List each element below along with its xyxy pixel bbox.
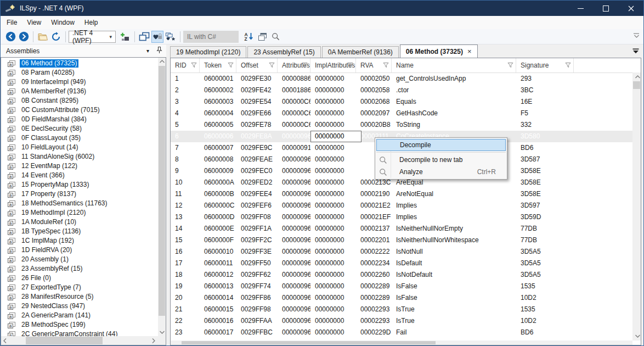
filter-icon[interactable] (228, 62, 234, 70)
menu-file[interactable]: File (2, 16, 22, 29)
sidebar-item-29-nestedclass-947[interactable]: a29 NestedClass (947) (1, 302, 157, 311)
filter-icon[interactable] (302, 62, 308, 70)
close-button[interactable] (618, 1, 643, 16)
scroll-down-icon[interactable] (634, 332, 641, 340)
hearts-star-icon[interactable] (165, 31, 177, 43)
sidebar-item-15-propertymap-1333[interactable]: a15 PropertyMap (1333) (1, 180, 157, 189)
sidebar-vertical-scrollbar[interactable] (158, 58, 166, 336)
column-header-rid[interactable]: RID (171, 58, 200, 72)
column-header-rva[interactable]: RVA (356, 58, 392, 72)
search-icon[interactable] (269, 31, 281, 43)
sidebar-item-18-methodsemantics-11763[interactable]: a18 MethodSemantics (11763) (1, 199, 157, 208)
assembly-list-combo[interactable]: .NET 4 (WPF) ▾ (69, 31, 116, 43)
menu-item-decompile-to-new-tab[interactable]: Decompile to new tab (376, 154, 506, 166)
scroll-up-icon[interactable] (158, 58, 166, 65)
table-row[interactable]: 150600000F0029FF2C0000009600000000000022… (171, 235, 632, 246)
table-row[interactable]: 3060000030029FE54000000C6000000000000206… (171, 96, 632, 108)
sort-icon[interactable]: AZ (243, 31, 255, 43)
sidebar-item-20-assembly-1[interactable]: a20 Assembly (1) (1, 255, 157, 264)
sidebar-item-28-manifestresource-5[interactable]: a28 ManifestResource (5) (1, 292, 157, 302)
table-vertical-scrollbar[interactable] (632, 72, 641, 341)
tab-overflow-icon[interactable] (632, 48, 639, 55)
sidebar-item-0f-classlayout-35[interactable]: a0F ClassLayout (35) (1, 133, 157, 143)
table-row[interactable]: 17060000110029FF500000009600000000000022… (171, 258, 632, 269)
sidebar-item-11-standalonesig-6002[interactable]: a11 StandAloneSig (6002) (1, 152, 157, 161)
scrollbar-thumb[interactable] (159, 66, 165, 316)
add-assembly-icon[interactable] (119, 31, 131, 43)
sidebar-item-2a-genericparam-141[interactable]: a2A GenericParam (141) (1, 311, 157, 320)
filter-icon[interactable] (565, 62, 571, 70)
sidebar-item-06-method-37325[interactable]: a06 Method (37325) (1, 59, 157, 68)
sidebar-item-09-interfaceimpl-949[interactable]: a09 InterfaceImpl (949) (1, 77, 157, 87)
tab-19-methodimpl-2120[interactable]: 19 MethodImpl (2120) (170, 46, 246, 58)
windows-icon[interactable] (138, 31, 150, 43)
table-row[interactable]: 4060000040029FE66000000C6000000000000209… (171, 108, 632, 119)
table-row[interactable]: 5060000050029FE78000000C600000000000020B… (171, 119, 632, 131)
table-row[interactable]: 20060000140029FF860000009600000000000022… (171, 292, 632, 304)
sidebar-item-0c-customattribute-7015[interactable]: a0C CustomAttribute (7015) (1, 105, 157, 115)
tab-23-assemblyref-15[interactable]: 23 AssemblyRef (15) (247, 46, 320, 58)
sidebar-item-12-eventmap-122[interactable]: a12 EventMap (122) (1, 161, 157, 171)
scroll-down-icon[interactable] (158, 328, 166, 336)
sidebar-item-0e-declsecurity-58[interactable]: a0E DeclSecurity (58) (1, 124, 157, 133)
scrollbar-thumb[interactable] (633, 81, 640, 89)
sidebar-item-2b-methodspec-199[interactable]: a2B MethodSpec (199) (1, 320, 157, 330)
back-icon[interactable] (4, 31, 16, 43)
filter-icon[interactable] (383, 62, 389, 70)
menu-item-analyze[interactable]: AnalyzeCtrl+R (376, 166, 506, 178)
toolbar-overflow-icon[interactable] (633, 32, 640, 40)
column-header-signature[interactable]: Signature (516, 58, 574, 72)
filter-icon[interactable] (269, 62, 275, 70)
table-row[interactable]: 22060000160029FFAA0000009600000000000022… (171, 315, 632, 327)
sidebar-item-0a-memberref-9136[interactable]: a0A MemberRef (9136) (1, 87, 157, 96)
tab-0a-memberref-9136[interactable]: 0A MemberRef (9136) (322, 46, 399, 58)
sidebar-item-17-property-8137[interactable]: a17 Property (8137) (1, 189, 157, 199)
filter-icon[interactable] (191, 62, 197, 70)
sidebar-item-08-param-40285[interactable]: a08 Param (40285) (1, 68, 157, 77)
table-row[interactable]: 21060000150029FF980000009600000000000022… (171, 304, 632, 315)
sidebar-item-26-file-0[interactable]: a26 File (0) (1, 274, 157, 283)
sidebar-item-19-methodimpl-2120[interactable]: a19 MethodImpl (2120) (1, 208, 157, 217)
sidebar-item-23-assemblyref-15[interactable]: a23 AssemblyRef (15) (1, 264, 157, 274)
sidebar-item-1a-moduleref-10[interactable]: a1A ModuleRef (10) (1, 217, 157, 227)
copy-icon[interactable] (256, 31, 268, 43)
sidebar-horizontal-scrollbar[interactable] (1, 336, 166, 345)
implattributes-edit-field[interactable]: 00000000 (310, 131, 361, 142)
scrollbar-thumb[interactable] (26, 337, 103, 344)
menu-help[interactable]: Help (80, 16, 103, 29)
sidebar-item-1d-fieldrva-20[interactable]: a1D FieldRVA (20) (1, 245, 157, 255)
column-header-offset[interactable]: Offset (236, 58, 278, 72)
sidebar-item-2c-genericparamconstraint-44[interactable]: a2C GenericParamConstraint (44) (1, 330, 157, 336)
maximize-button[interactable] (593, 1, 618, 16)
table-row[interactable]: 18060000120029FF620000009600000000000022… (171, 269, 632, 281)
forward-icon[interactable] (18, 31, 30, 43)
sidebar-item-1c-implmap-192[interactable]: a1C ImplMap (192) (1, 236, 157, 245)
scroll-up-icon[interactable] (634, 73, 641, 81)
language-combo[interactable]: IL with C# (183, 31, 239, 43)
scroll-left-icon[interactable] (1, 337, 9, 344)
menu-window[interactable]: Window (46, 16, 80, 29)
tab-06-method-37325[interactable]: 06 Method (37325)× (400, 44, 478, 58)
table-row[interactable]: 2060000020029FE4200001886000000000000205… (171, 85, 632, 96)
table-horizontal-scrollbar[interactable] (171, 341, 632, 345)
pane-menu-chevron-icon[interactable]: ▾ (146, 48, 149, 54)
table-row[interactable]: 19060000130029FF740000009600000000000022… (171, 281, 632, 292)
table-row[interactable]: 120600000C0029FEF60000009600000000000021… (171, 200, 632, 211)
open-file-icon[interactable] (37, 31, 49, 43)
sidebar-item-1b-typespec-1136[interactable]: a1B TypeSpec (1136) (1, 227, 157, 236)
sidebar-item-14-event-366[interactable]: a14 Event (366) (1, 171, 157, 180)
table-row[interactable]: 130600000D0029FF080000009600000000000021… (171, 211, 632, 223)
column-header-name[interactable]: Name (392, 58, 516, 72)
scrollbar-thumb[interactable] (182, 341, 436, 344)
column-header-attributes[interactable]: Attributes (278, 58, 310, 72)
scroll-right-icon[interactable] (150, 337, 157, 344)
column-header-token[interactable]: Token (200, 58, 236, 72)
table-row[interactable]: 1060000010029FE3000000886000000000000205… (171, 73, 632, 85)
sidebar-item-10-fieldlayout-14[interactable]: a10 FieldLayout (14) (1, 143, 157, 152)
table-row[interactable]: 23060000170029FFBC0000009600000000000022… (171, 327, 632, 338)
table-row[interactable]: 140600000E0029FF1A0000009600000000000021… (171, 223, 632, 235)
table-row[interactable]: 110600000B0029FEE40000009600000000000021… (171, 188, 632, 200)
menu-view[interactable]: View (22, 16, 46, 29)
filter-icon[interactable] (507, 62, 513, 70)
pin-icon[interactable] (156, 46, 163, 55)
